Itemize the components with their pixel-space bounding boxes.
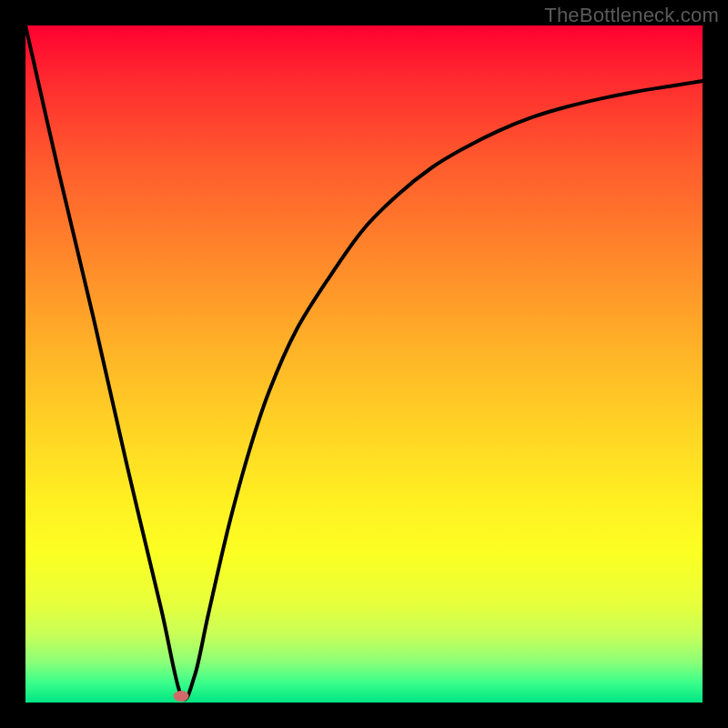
plot-area — [25, 25, 703, 703]
min-point-marker — [174, 691, 189, 702]
chart-frame: TheBottleneck.com — [0, 0, 728, 728]
watermark-text: TheBottleneck.com — [544, 4, 719, 27]
bottleneck-curve — [25, 25, 703, 703]
